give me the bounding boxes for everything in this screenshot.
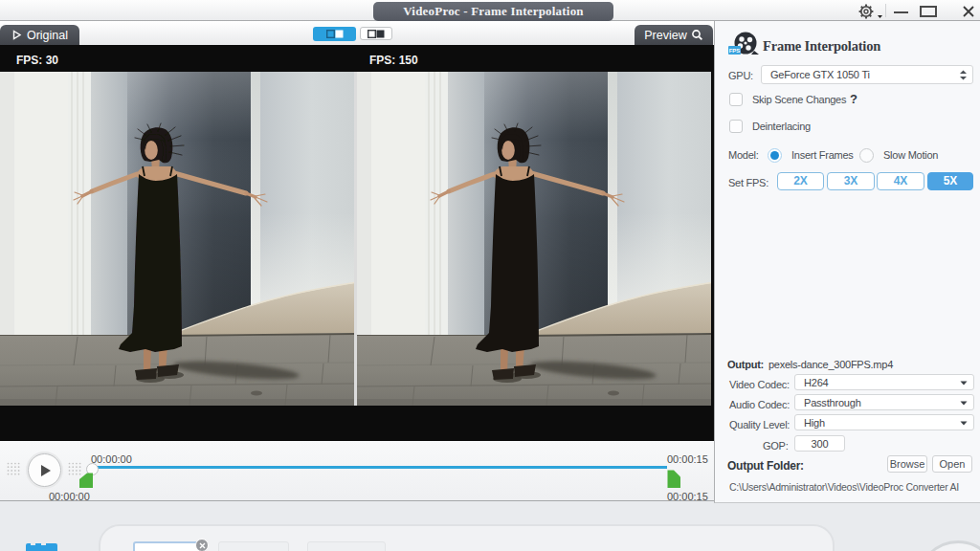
svg-text:FPS: FPS <box>729 48 741 54</box>
